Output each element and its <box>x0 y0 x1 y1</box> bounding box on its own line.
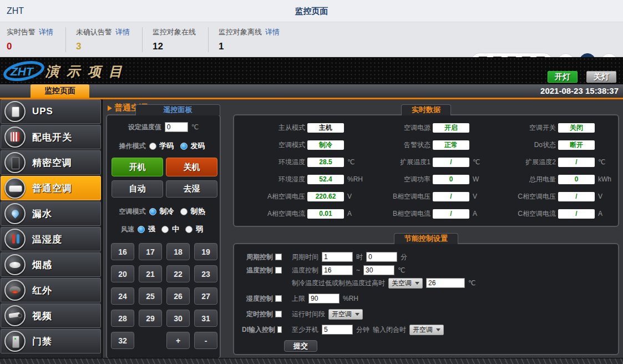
temp-max-input[interactable] <box>363 265 394 275</box>
rt-value-box: 52.4 <box>307 175 344 184</box>
temp-button-22[interactable]: 22 <box>166 265 190 282</box>
temp-button-31[interactable]: 31 <box>194 310 217 327</box>
power-off-button[interactable]: 关机 <box>166 158 217 176</box>
op-mode-radio-发码[interactable] <box>180 143 188 150</box>
remote-panel-tab[interactable]: 遥控面板 <box>135 104 220 115</box>
temp-button-23[interactable]: 23 <box>194 265 217 282</box>
camera-icon <box>4 305 26 326</box>
sidebar-item-label: 配电开关 <box>32 131 72 144</box>
temp-button-19[interactable]: 19 <box>194 243 217 260</box>
timer-action-select[interactable]: 开空调 <box>328 309 363 320</box>
rt-cell: 空调模式制冷 <box>239 138 364 152</box>
realtime-grid: 主从模式主机空调电源开启空调开关关闭空调模式制冷告警状态正常Do状态断开环境温度… <box>239 120 615 221</box>
humidity-control-checkbox[interactable] <box>275 295 282 302</box>
temp-button-25[interactable]: 25 <box>139 287 162 305</box>
dehumidify-button[interactable]: 去湿 <box>166 180 217 198</box>
light-on-button[interactable]: 开灯 <box>548 71 578 83</box>
fan-speed-radio-弱[interactable] <box>185 226 193 233</box>
rt-cell: 空调电源开启 <box>364 120 489 135</box>
tab-monitoring-page[interactable]: 监控页面 <box>31 84 89 98</box>
di-control-checkbox[interactable] <box>277 326 282 333</box>
op-mode-radio-学码[interactable] <box>149 143 156 150</box>
temp-button-29[interactable]: 29 <box>139 310 162 327</box>
rt-cell: 环境湿度52.4%RH <box>239 172 364 186</box>
stat-block: 未确认告警详情3 <box>76 27 143 52</box>
ac-mode-radio-制热[interactable] <box>180 208 188 215</box>
temp-button-24[interactable]: 24 <box>111 287 134 305</box>
stat-value: 0 <box>7 41 53 52</box>
temp-button-18[interactable]: 18 <box>166 243 190 260</box>
di-action-select[interactable]: 开空调 <box>409 325 444 335</box>
rt-unit: A <box>469 210 489 218</box>
op-mode-row: 操作模式学码发码 <box>107 141 220 151</box>
light-buttons: 开灯 关灯 <box>548 71 616 83</box>
rt-unit: %RH <box>344 175 364 183</box>
sidebar-item-breaker[interactable]: 配电开关 <box>1 125 101 149</box>
chevron-down-icon <box>355 313 359 316</box>
temp-button-30[interactable]: 30 <box>166 310 190 327</box>
rt-cell: 空调开关关闭 <box>489 120 615 135</box>
sidebar-item-camera[interactable]: 视频 <box>1 304 101 328</box>
rt-unit: ℃ <box>595 158 615 166</box>
light-off-button[interactable]: 关灯 <box>586 71 616 83</box>
rt-label: C相空调电流 <box>489 209 556 219</box>
ac-icon <box>4 178 26 199</box>
overheat-action-select[interactable]: 关空调 <box>388 278 423 289</box>
temp-button-32[interactable]: 32 <box>111 332 134 349</box>
brand-text: ZHT <box>7 0 24 22</box>
ac-mode-option-label: 制冷 <box>160 206 174 216</box>
temp-button-+[interactable]: + <box>166 332 190 349</box>
stat-detail-link[interactable]: 详情 <box>115 28 130 36</box>
sidebar-item-ac[interactable]: 普通空调 <box>1 176 101 200</box>
rt-unit: W <box>469 175 489 183</box>
cycle-hours-input[interactable] <box>322 252 353 262</box>
rt-cell: 总用电量0kWh <box>489 172 615 186</box>
temp-button-17[interactable]: 17 <box>139 243 162 260</box>
cycle-minutes-input[interactable] <box>366 252 397 262</box>
sidebar-item-water[interactable]: 漏水 <box>1 201 101 226</box>
fan-speed-radio-强[interactable] <box>138 226 145 233</box>
sidebar-item-temp-humidity[interactable]: 温湿度 <box>1 227 101 251</box>
temp-button-27[interactable]: 27 <box>194 287 217 305</box>
stat-block: 实时告警详情0 <box>7 27 66 52</box>
humidity-limit-input[interactable] <box>308 294 340 304</box>
sidebar-item-label: 门禁 <box>32 335 52 348</box>
sidebar-item-infrared[interactable]: 红外 <box>1 278 101 302</box>
stat-detail-link[interactable]: 详情 <box>265 28 280 36</box>
precision-ac-icon <box>4 152 26 173</box>
sidebar-item-ups[interactable]: UPS <box>1 99 101 124</box>
temp-button-26[interactable]: 26 <box>166 287 190 305</box>
cycle-control-row: 周期控制 周期时间 时 分 <box>242 251 614 262</box>
submit-button[interactable]: 提交 <box>284 340 317 352</box>
temp-min-input[interactable] <box>322 265 353 275</box>
cycle-control-checkbox[interactable] <box>275 254 282 260</box>
sidebar-item-precision-ac[interactable]: 精密空调 <box>1 150 101 175</box>
temp-button--[interactable]: - <box>194 332 217 349</box>
sidebar: UPS配电开关精密空调普通空调漏水温湿度烟感红外视频门禁 <box>0 99 103 364</box>
rt-label: 空调功率 <box>364 175 430 184</box>
timer-control-checkbox[interactable] <box>275 311 282 317</box>
breaker-icon <box>4 127 26 148</box>
sidebar-item-door[interactable]: 门禁 <box>1 329 101 353</box>
fan-speed-radio-中[interactable] <box>161 226 169 233</box>
power-on-button[interactable]: 开机 <box>112 158 163 176</box>
di-min-on-input[interactable] <box>322 325 353 335</box>
stat-detail-link[interactable]: 详情 <box>39 28 53 36</box>
sidebar-item-smoke[interactable]: 烟感 <box>1 252 101 277</box>
remote-control-panel: 遥控面板 设定温度值 ℃ 操作模式学码发码 开机 关机 自动 去湿 空调模式制冷… <box>106 114 221 359</box>
temp-button-21[interactable]: 21 <box>139 265 162 282</box>
temp-button-16[interactable]: 16 <box>111 243 134 260</box>
timer-control-row: 定时控制 运行时间段 开空调 <box>242 309 614 320</box>
ac-mode-radio-制冷[interactable] <box>149 208 156 215</box>
set-temp-input[interactable] <box>165 122 188 132</box>
auto-mode-button[interactable]: 自动 <box>112 180 163 198</box>
humidity-control-row: 湿度控制 上限 %RH <box>242 293 614 304</box>
ac-mode-label: 空调模式 <box>119 207 146 216</box>
temp-control-checkbox[interactable] <box>275 267 282 274</box>
temp-button-20[interactable]: 20 <box>111 265 134 282</box>
overheat-temp-input[interactable] <box>426 278 465 288</box>
stat-block: 监控对象离线详情1 <box>219 27 292 52</box>
temp-button-28[interactable]: 28 <box>111 310 134 327</box>
rt-value-box: / <box>558 158 595 167</box>
rt-value-box: / <box>558 192 595 201</box>
